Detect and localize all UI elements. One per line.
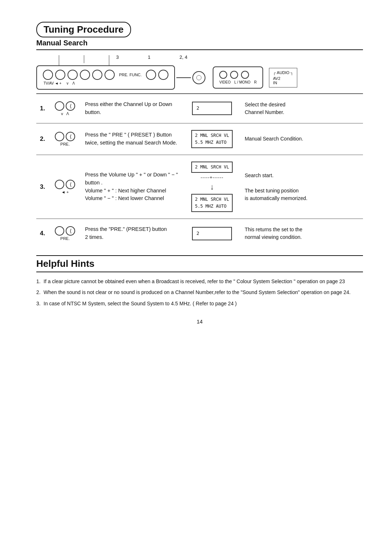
remote-diagram: 3 1 2, 4 PRE. FUN (36, 54, 363, 90)
step-3-number: 3. (36, 155, 49, 219)
top-divider (36, 49, 363, 50)
step-4-description: Press the "PRE." (PRESET) button 2 times… (81, 219, 183, 248)
step1-button-icon (55, 101, 64, 111)
step-3-lcd-bot: 2 MNL SRCH VL 5.5 MHZ AUTO (191, 194, 233, 212)
tv-av-button (43, 70, 53, 80)
minus-button (68, 70, 78, 80)
step1-channel-icon: ⟨ (66, 101, 75, 111)
step-3-dashed: -----+------ (201, 175, 224, 180)
step-1-display: 2 (183, 94, 241, 123)
v-button (92, 70, 102, 80)
step3-button-icon (55, 180, 64, 189)
plus-button (80, 70, 90, 80)
func-button (146, 70, 156, 80)
page-header: Tuning Procedure Manual Search (36, 22, 363, 47)
step-2-display: 2 MNL SRCH VL 5.5 MHZ AUTO (183, 123, 241, 155)
step-3-icon: ⟨ ◄ + (49, 155, 81, 219)
step4-pre-icon: ⟨ (66, 226, 75, 236)
left-remote-panel: PRE. FUNC. TV/AV ◄ + v Λ (36, 65, 175, 90)
step-4-row: 4. ⟨ PRE. Press the "PRE." (PRESET) butt… (36, 219, 363, 248)
step2-pre-icon: ⟨ (66, 132, 75, 141)
right-remote-panel: VIDEO L / MONO R (213, 66, 263, 89)
step-3-description: Press the Volume Up " + " or Down " − " … (81, 155, 183, 219)
step-4-result: This returns the set to the normal viewi… (241, 219, 363, 248)
step-2-row: 2. ⟨ PRE. Press the " PRE " ( PRESET ) B… (36, 123, 363, 155)
l-mono-button (230, 71, 238, 79)
step-2-lcd: 2 MNL SRCH VL 5.5 MHZ AUTO (191, 130, 233, 148)
helpful-hints-list: If a clear picture cannot be obtained ev… (36, 277, 363, 307)
step-4-lcd: 2 (192, 227, 232, 240)
lambda-button (105, 70, 115, 80)
back-button (55, 70, 65, 80)
hint-1: If a clear picture cannot be obtained ev… (36, 277, 363, 285)
step-2-result: Manual Search Condition. (241, 123, 363, 155)
step-number-labels: 3 1 2, 4 (116, 54, 187, 60)
step-3-row: 3. ⟨ ◄ + Press the Volume Up " + " or Do… (36, 155, 363, 219)
center-button (192, 71, 205, 84)
step-4-number: 4. (36, 219, 49, 248)
connector-line (176, 77, 191, 78)
step-3-arrow-down: ↓ (210, 182, 214, 192)
step-1-lcd: 2 (192, 102, 232, 115)
step-4-icon: ⟨ PRE. (49, 219, 81, 248)
step-2-number: 2. (36, 123, 49, 155)
r-button (241, 71, 249, 79)
step-1-row: 1. ⟨ v Λ Press either the Channel Up or … (36, 94, 363, 123)
video-button (219, 71, 227, 79)
hint-2: When the sound is not clear or no sound … (36, 288, 363, 296)
helpful-hints-title: Helpful Hints (36, 255, 363, 272)
tuning-procedure-title: Tuning Procedure (36, 22, 131, 37)
middle-button-group (192, 71, 205, 84)
step-2-description: Press the " PRE " ( PRESET ) Button twic… (81, 123, 183, 155)
hint-3: In case of NTSC M System, select the Sou… (36, 300, 363, 307)
step-3-lcd-top: 2 MNL SRCH VL (191, 162, 233, 173)
steps-table: 1. ⟨ v Λ Press either the Channel Up or … (36, 94, 363, 248)
step2-button-icon (55, 132, 64, 141)
step-1-number: 1. (36, 94, 49, 123)
step-4-display: 2 (183, 219, 241, 248)
page-number: 14 (36, 318, 363, 325)
step-3-display: 2 MNL SRCH VL -----+------ ↓ 2 MNL SRCH … (183, 155, 241, 219)
manual-search-subtitle: Manual Search (36, 39, 363, 47)
audio-box: ┌ AUDIO ┐ AV2 IN (269, 68, 297, 87)
step-1-icon: ⟨ v Λ (49, 94, 81, 123)
left-remote-labels: TV/AV ◄ + v Λ (43, 81, 168, 85)
step-1-result: Select the desired Channel Number. (241, 94, 363, 123)
step4-button-icon (55, 226, 64, 236)
step3-vol-icon: ⟨ (66, 180, 75, 189)
step-1-description: Press either the Channel Up or Down butt… (81, 94, 183, 123)
step-2-icon: ⟨ PRE. (49, 123, 81, 155)
func2-button (158, 70, 168, 80)
right-remote-labels: VIDEO L / MONO R (219, 80, 257, 84)
step-3-result: Search start. The best tuning position i… (241, 155, 363, 219)
